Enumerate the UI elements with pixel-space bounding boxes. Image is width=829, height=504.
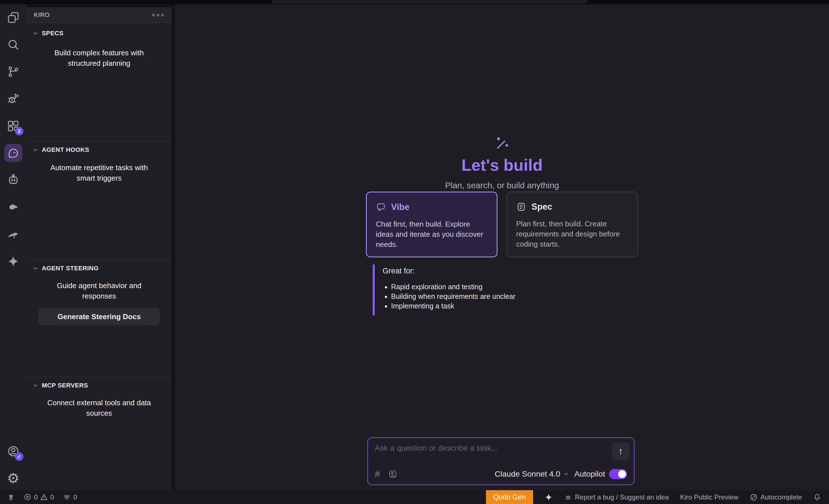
toggle-knob (618, 470, 626, 478)
document-icon (516, 202, 526, 212)
up-arrow-icon: ↑ (618, 445, 623, 457)
debug-icon[interactable] (4, 90, 22, 108)
section-specs: SPECS Build complex features with struct… (27, 29, 172, 69)
chevron-down-icon (563, 471, 569, 477)
files-icon[interactable] (4, 8, 22, 27)
kiro-ghost-icon[interactable] (4, 144, 22, 162)
remote-indicator-icon[interactable] (7, 493, 15, 501)
section-agent-hooks-header[interactable]: AGENT HOOKS (27, 146, 172, 154)
generate-steering-docs-button[interactable]: Generate Steering Docs (38, 308, 160, 325)
sparkle-icon[interactable] (4, 252, 22, 270)
broadcast-indicator[interactable]: 0 (63, 493, 77, 501)
great-for-list: Rapid exploration and testing Building w… (391, 283, 515, 310)
warning-count: 0 (50, 493, 54, 501)
extensions-badge: 2 (15, 127, 24, 135)
list-item: Rapid exploration and testing (391, 283, 515, 290)
source-control-icon[interactable] (4, 63, 22, 81)
sidebar-main-divider[interactable] (172, 4, 175, 490)
chat-input[interactable] (375, 443, 572, 462)
card-description: Chat first, then build. Explore ideas an… (376, 219, 488, 249)
chat-bubble-icon (376, 202, 386, 212)
section-agent-steering: AGENT STEERING Guide agent behavior and … (27, 260, 172, 325)
qodo-gen-button[interactable]: Qodo Gen (486, 490, 533, 504)
mode-cards: Vibe Chat first, then build. Explore ide… (366, 192, 638, 257)
sidebar-top-gap (27, 4, 172, 7)
list-item: Building when requirements are unclear (391, 293, 515, 300)
section-agent-hooks-description: Automate repetitive tasks with smart tri… (27, 162, 172, 184)
card-title: Vibe (391, 202, 409, 212)
section-mcp-servers: MCP SERVERS Connect external tools and d… (27, 377, 172, 419)
command-center-search[interactable] (272, 0, 587, 3)
kiro-public-preview-label[interactable]: Kiro Public Preview (680, 493, 738, 501)
kiro-sidebar: KIRO SPECS Build complex features with s… (27, 4, 172, 490)
hero: Let's build Plan, search, or build anyth… (175, 134, 829, 190)
bell-icon[interactable] (813, 493, 821, 501)
more-actions-icon[interactable] (152, 12, 164, 18)
context-hash-icon[interactable]: # (375, 468, 380, 479)
section-specs-header[interactable]: SPECS (27, 29, 172, 38)
page-title: Let's build (461, 155, 543, 175)
extensions-icon[interactable]: 2 (4, 117, 22, 135)
card-description: Plan first, then build. Create requireme… (516, 219, 628, 249)
section-agent-steering-header[interactable]: AGENT STEERING (27, 264, 172, 273)
error-icon (24, 493, 31, 501)
account-check-badge: ✓ (15, 452, 24, 461)
settings-gear-icon[interactable]: ⚙︎ (4, 469, 22, 487)
broadcast-count: 0 (73, 493, 77, 501)
anteater-icon[interactable] (4, 198, 22, 216)
title-bar (0, 0, 829, 4)
great-for-label: Great for: (383, 267, 515, 275)
image-attach-icon[interactable] (388, 469, 398, 479)
account-icon[interactable]: ✓ (4, 442, 22, 460)
status-bar: 0 0 0 Qodo Gen Report a bug / Suggest (0, 490, 829, 504)
chevron-down-icon (33, 147, 38, 153)
spec-mode-card[interactable]: Spec Plan first, then build. Create requ… (507, 192, 638, 257)
broadcast-tower-icon (63, 493, 71, 501)
chevron-down-icon (33, 266, 38, 271)
report-bug-button[interactable]: Report a bug / Suggest an idea (564, 493, 669, 501)
model-name: Claude Sonnet 4.0 (495, 470, 560, 478)
problems-indicator[interactable]: 0 0 (24, 493, 54, 501)
activity-bar: 2 ✓ ⚙︎ (0, 4, 27, 490)
chat-welcome-panel: Let's build Plan, search, or build anyth… (175, 4, 829, 490)
autocomplete-toggle[interactable]: Autocomplete (750, 493, 802, 501)
slash-circle-icon (750, 493, 758, 501)
card-title: Spec (531, 202, 552, 212)
chevron-down-icon (33, 383, 38, 388)
chat-composer: ↑ # Claude Sonnet 4.0 Autopilot (367, 437, 635, 485)
great-for-callout: Great for: Rapid exploration and testing… (373, 264, 515, 315)
section-specs-description: Build complex features with structured p… (27, 48, 172, 69)
magic-wand-icon (493, 134, 511, 152)
sparkle-status-icon[interactable] (544, 493, 553, 501)
page-subtitle: Plan, search, or build anything (445, 181, 559, 190)
list-item: Implementing a task (391, 303, 515, 310)
search-icon[interactable] (4, 36, 22, 53)
warning-icon (40, 493, 48, 501)
vibe-mode-card[interactable]: Vibe Chat first, then build. Explore ide… (366, 192, 498, 257)
error-count: 0 (34, 493, 38, 501)
chevron-down-icon (33, 31, 38, 36)
model-selector[interactable]: Claude Sonnet 4.0 (495, 470, 569, 478)
section-mcp-servers-description: Connect external tools and data sources (27, 398, 172, 419)
autopilot-toggle[interactable] (609, 469, 627, 479)
send-button[interactable]: ↑ (612, 442, 629, 460)
robot-icon[interactable] (4, 171, 22, 189)
section-mcp-servers-header[interactable]: MCP SERVERS (27, 381, 172, 390)
section-agent-steering-description: Guide agent behavior and responses (27, 280, 172, 301)
kangaroo-icon[interactable] (4, 225, 22, 243)
section-agent-hooks: AGENT HOOKS Automate repetitive tasks wi… (27, 141, 172, 184)
sidebar-title: KIRO (34, 11, 50, 18)
bug-icon (564, 493, 572, 501)
autopilot-label: Autopilot (574, 470, 605, 478)
sidebar-header: KIRO (27, 7, 172, 23)
